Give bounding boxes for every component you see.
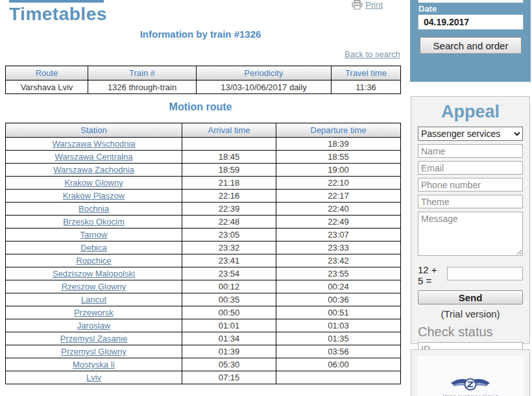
print-link[interactable]: Print [352,0,383,10]
station-row: Lancut 00:35 00:36 [6,293,401,306]
phone-field[interactable] [418,178,523,192]
station-row: Warszawa Centralna 18:45 18:55 [6,151,401,164]
appeal-category-select[interactable]: Passenger services [418,127,523,141]
station-link[interactable]: Rzeszow Glowny [62,282,127,291]
arrival-time-cell: 01:39 [182,345,276,358]
arrival-time-cell: 22:48 [182,216,276,229]
route-table-header-cell: Station [6,123,182,138]
departure-time-cell: 22:17 [276,190,401,203]
departure-time-cell: 06:00 [276,358,401,371]
station-row: Jaroslaw 01:01 01:03 [6,319,401,332]
departure-time-cell: 01:35 [276,332,401,345]
departure-time-cell: 22:49 [276,216,401,229]
route-table-header-cell: Departure time [276,123,401,138]
captcha-answer-input[interactable] [447,267,523,280]
station-link[interactable]: Przemysl Zasanie [60,334,127,343]
station-row: Lviv 07:15 [6,371,401,384]
arrival-time-cell: 00:12 [182,280,276,293]
arrival-time-cell: 23:41 [182,254,276,267]
date-input[interactable] [418,14,524,30]
train-info-cell: 13/03-10/06/2017 daily [197,80,332,94]
station-cell: Warszawa Centralna [6,151,182,164]
station-cell: Tarnow [6,229,182,241]
station-cell: Krakow Glowny [6,177,182,190]
departure-time-cell: 23:55 [276,267,401,280]
departure-time-cell: 23:07 [276,229,401,241]
appeal-send-button[interactable]: Send [418,290,523,304]
station-cell: Ropchice [6,254,182,267]
route-table-header-cell: Arrival time [182,123,276,138]
name-field[interactable] [418,144,523,158]
appeal-panel: Appeal Passenger services 12 + 5 = Send … [411,96,530,344]
station-cell: Przemysl Zasanie [6,332,182,345]
back-to-search-link[interactable]: Back to search [345,49,400,59]
station-link[interactable]: Warszawa Wschodnia [52,139,135,149]
station-link[interactable]: Mostyska Ii [73,360,115,369]
station-link[interactable]: Jaroslaw [77,321,110,330]
station-row: Mostyska Ii 05:30 06:00 [6,358,401,371]
train-info-heading: Information by train #1326 [0,29,401,40]
station-link[interactable]: Ropchice [76,256,111,266]
train-info-data-row: Varshava Lviv1326 through-train13/03-10/… [6,80,401,94]
station-link[interactable]: Lviv [86,373,101,382]
station-row: Bochnia 22:39 22:40 [6,203,401,216]
message-field[interactable] [418,212,523,256]
ad-banner[interactable]: Уряд оновлює підхід [417,356,524,396]
arrival-time-cell: 18:59 [182,164,276,177]
station-link[interactable]: Bochnia [79,204,109,214]
station-link[interactable]: Warszawa Zachodnia [53,165,134,175]
departure-time-cell: 19:00 [276,164,401,177]
station-row: Krakow Plaszow 22:16 22:17 [6,190,401,203]
station-link[interactable]: Brzesko Okocim [63,217,125,227]
arrival-time-cell: 23:32 [182,241,276,254]
train-info-cell: Varshava Lviv [6,80,88,94]
train-info-header-cell: Route [6,66,88,80]
station-search-input[interactable] [418,0,524,3]
trial-version-note: (Trial version) [418,308,523,319]
departure-time-cell: 00:36 [276,293,401,306]
departure-time-cell: 18:55 [276,151,401,164]
search-and-order-button[interactable]: Search and order [420,37,522,54]
station-cell: Lancut [6,293,182,306]
station-link[interactable]: Debica [80,243,106,253]
train-info-header-cell: Travel time [332,66,401,80]
captcha-row: 12 + 5 = [418,264,523,286]
arrival-time-cell: 00:50 [182,306,276,319]
station-link[interactable]: Sedziszow Malopolski [53,269,135,278]
theme-field[interactable] [418,195,523,208]
station-link[interactable]: Krakow Glowny [64,178,123,188]
date-label: Date [418,4,437,14]
station-link[interactable]: Przeworsk [74,308,114,317]
station-cell: Przeworsk [6,306,182,319]
printer-icon [352,0,363,10]
page-title: Timetables [9,4,107,25]
train-info-table: RouteTrain #PeriodicityTravel time Varsh… [5,66,401,94]
train-info-cell: 1326 through-train [88,80,197,94]
arrival-time-cell: 23:54 [182,267,276,280]
station-cell: Lviv [6,371,182,384]
station-cell: Warszawa Wschodnia [6,138,182,151]
departure-time-cell: 00:51 [276,306,401,319]
email-field[interactable] [418,161,523,175]
check-status-title: Check status [418,325,523,340]
station-link[interactable]: Lancut [81,295,106,304]
arrival-time-cell: 01:34 [182,332,276,345]
arrival-time-cell: 22:16 [182,190,276,203]
train-info-header-row: RouteTrain #PeriodicityTravel time [6,66,401,80]
station-link[interactable]: Krakow Plaszow [63,191,125,201]
station-row: Debica 23:32 23:33 [6,241,401,254]
station-cell: Debica [6,241,182,254]
station-cell: Sedziszow Malopolski [6,267,182,280]
arrival-time-cell: 22:39 [182,203,276,216]
station-link[interactable]: Przemysl Glowny [61,347,126,356]
station-cell: Krakow Plaszow [6,190,182,203]
print-link-label[interactable]: Print [365,0,383,10]
station-row: Przemysl Zasanie 01:34 01:35 [6,332,401,345]
station-row: Rzeszow Glowny 00:12 00:24 [6,280,401,293]
station-link[interactable]: Tarnow [80,230,108,240]
top-banner-strip [9,0,104,3]
arrival-time-cell: 07:15 [182,371,276,384]
station-cell: Warszawa Zachodnia [6,164,182,177]
station-link[interactable]: Warszawa Centralna [54,152,132,162]
train-info-header-cell: Periodicity [197,66,332,80]
